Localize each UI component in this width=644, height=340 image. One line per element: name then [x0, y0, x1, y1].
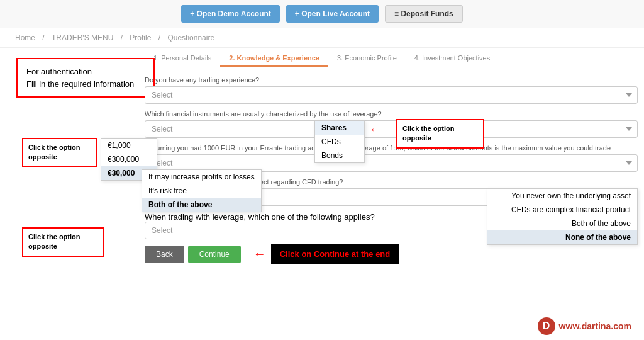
- shares-arrow: ←: [370, 124, 380, 135]
- option-shares[interactable]: Shares: [315, 121, 364, 135]
- action-row: Back Continue ← Click on Continue at the…: [145, 244, 638, 264]
- option-never-own[interactable]: You never own the underlying asset: [487, 189, 637, 203]
- dartina-branding: D www.dartina.com: [538, 317, 631, 335]
- dartina-icon: D: [538, 317, 555, 335]
- breadcrumb-sep1: /: [42, 33, 47, 42]
- auth-instruction-box: For authentication Fill in the required …: [16, 58, 155, 98]
- option-300000[interactable]: €300,000: [101, 152, 157, 166]
- dartina-url: www.dartina.com: [559, 321, 631, 331]
- question-financial-instruments: Which financial instruments are usually …: [145, 110, 638, 138]
- breadcrumb-home[interactable]: Home: [15, 33, 35, 42]
- callout-amounts: Click the option opposite: [22, 138, 97, 167]
- breadcrumb-sep3: /: [158, 33, 163, 42]
- option-risk-free[interactable]: It's risk free: [142, 184, 261, 198]
- option-bonds[interactable]: Bonds: [315, 149, 364, 162]
- tab-knowledge-experience[interactable]: 2. Knowledge & Experience: [220, 50, 328, 67]
- continue-button[interactable]: Continue: [188, 246, 241, 263]
- breadcrumb-sep2: /: [121, 33, 125, 42]
- auth-line2: Fill in the required information: [26, 78, 145, 91]
- leverage-dropdown: It may increase profits or losses It's r…: [142, 169, 262, 212]
- q5-label: When trading with leverage, which one of…: [145, 212, 375, 222]
- option-both-leverage[interactable]: Both of the above: [142, 198, 261, 212]
- tab-economic-profile[interactable]: 3. Economic Profile: [328, 50, 406, 67]
- tab-investment-objectives[interactable]: 4. Investment Objectives: [406, 50, 499, 67]
- option-1000[interactable]: €1,000: [101, 139, 157, 152]
- breadcrumb-questionnaire: Questionnaire: [167, 33, 214, 42]
- page-wrapper: + Open Demo Account + Open Live Account …: [0, 0, 644, 340]
- callout-q5: Click the option opposite: [22, 227, 104, 257]
- deposit-funds-btn[interactable]: ≡ Deposit Funds: [385, 5, 463, 23]
- form-wrapper: For authentication Fill in the required …: [0, 48, 644, 266]
- q1-label: Do you have any trading experience?: [145, 76, 638, 84]
- option-none-above[interactable]: None of the above: [487, 230, 637, 244]
- open-demo-btn[interactable]: + Open Demo Account: [181, 5, 280, 23]
- cfd-dropdown: You never own the underlying asset CFDs …: [487, 188, 638, 245]
- top-bar: + Open Demo Account + Open Live Account …: [0, 0, 644, 28]
- q3-label: Assuming you had 1000 EUR in your Errant…: [145, 144, 638, 152]
- option-may-increase[interactable]: It may increase profits or losses: [142, 170, 261, 184]
- breadcrumb-profile[interactable]: Profile: [130, 33, 151, 42]
- right-column: 1. Personal Details 2. Knowledge & Exper…: [138, 50, 644, 264]
- shares-dropdown: Shares CFDs Bonds: [314, 120, 365, 163]
- q2-label: Which financial instruments are usually …: [145, 110, 638, 118]
- callout-q2: Click the option opposite: [396, 119, 484, 149]
- option-cfds-complex[interactable]: CFDs are complex financial product: [487, 203, 637, 217]
- continue-callout: Click on Continue at the end: [271, 244, 399, 264]
- callout-amounts-label: Click the option opposite: [28, 144, 80, 161]
- option-cfds[interactable]: CFDs: [315, 135, 364, 149]
- option-both-above[interactable]: Both of the above: [487, 217, 637, 230]
- back-button[interactable]: Back: [145, 246, 184, 263]
- breadcrumb: Home / TRADER'S MENU / Profile / Questio…: [0, 28, 644, 48]
- tab-personal-details[interactable]: 1. Personal Details: [145, 50, 220, 67]
- breadcrumb-traders-menu[interactable]: TRADER'S MENU: [52, 33, 113, 42]
- q1-select[interactable]: Select: [145, 86, 638, 104]
- open-live-btn[interactable]: + Open Live Account: [286, 5, 379, 23]
- questionnaire-tabs: 1. Personal Details 2. Knowledge & Exper…: [145, 50, 638, 67]
- question-leverage-amount: Click the option opposite €1,000 €300,00…: [145, 144, 638, 172]
- q2-select[interactable]: Select: [145, 120, 638, 138]
- question-trading-experience: Do you have any trading experience? Sele…: [145, 76, 638, 104]
- continue-arrow: ←: [253, 247, 266, 261]
- auth-line1: For authentication: [26, 65, 145, 78]
